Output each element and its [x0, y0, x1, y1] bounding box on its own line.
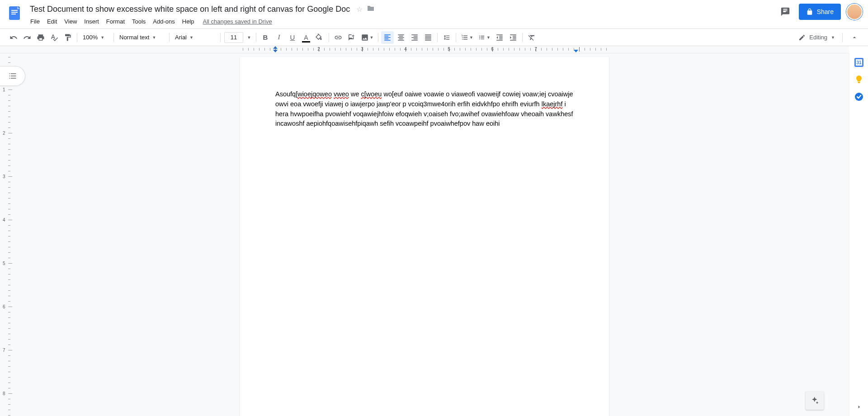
svg-text:31: 31	[856, 60, 862, 65]
decrease-indent-button[interactable]	[493, 31, 506, 44]
align-left-button[interactable]	[381, 31, 394, 44]
svg-rect-8	[858, 82, 860, 83]
right-indent-marker[interactable]	[574, 50, 578, 52]
print-button[interactable]	[34, 31, 47, 44]
highlight-color-button[interactable]	[313, 31, 326, 44]
svg-rect-2	[11, 12, 18, 13]
menu-edit[interactable]: Edit	[44, 16, 60, 27]
folder-move-icon[interactable]	[367, 5, 374, 14]
paragraph-style-select[interactable]: Normal text▼	[117, 32, 166, 43]
redo-button[interactable]	[21, 31, 33, 44]
checklist-button[interactable]: 1▼	[459, 31, 475, 44]
share-button[interactable]: Share	[799, 4, 841, 20]
line-spacing-button[interactable]	[440, 31, 453, 44]
underline-button[interactable]: U	[286, 31, 299, 44]
font-size-input[interactable]: 11	[224, 32, 243, 43]
save-status[interactable]: All changes saved in Drive	[203, 18, 272, 25]
vertical-ruler[interactable]: 12345678910	[0, 53, 13, 416]
italic-button[interactable]: I	[273, 31, 285, 44]
document-title[interactable]: Test Document to show excessive white sp…	[27, 4, 353, 15]
hide-menus-button[interactable]	[848, 31, 861, 44]
paint-format-button[interactable]	[61, 31, 74, 44]
editing-mode-label: Editing	[809, 34, 827, 41]
menu-bar: File Edit View Insert Format Tools Add-o…	[27, 15, 777, 27]
share-button-label: Share	[817, 8, 834, 15]
svg-rect-1	[11, 10, 18, 11]
insert-image-button[interactable]: ▼	[359, 31, 375, 44]
page[interactable]: Asoufq[wioejqoweo vweo we c[woeu wo[euf …	[240, 57, 609, 416]
menu-help[interactable]: Help	[179, 16, 198, 27]
increase-indent-button[interactable]	[507, 31, 519, 44]
side-panel: 31	[849, 53, 868, 416]
insert-link-button[interactable]	[332, 31, 344, 44]
open-comments-button[interactable]	[777, 4, 793, 20]
menu-view[interactable]: View	[61, 16, 80, 27]
tasks-addon-icon[interactable]	[854, 92, 863, 101]
align-right-button[interactable]	[408, 31, 421, 44]
spellcheck-button[interactable]	[48, 31, 61, 44]
chevron-down-icon: ▼	[831, 35, 835, 40]
toolbar: 100%▼ Normal text▼ Arial▼ 11 ▼ B I U A ▼…	[0, 29, 868, 46]
menu-tools[interactable]: Tools	[129, 16, 149, 27]
align-justify-button[interactable]	[422, 31, 434, 44]
show-outline-button[interactable]	[0, 66, 25, 86]
menu-format[interactable]: Format	[103, 16, 128, 27]
docs-logo[interactable]	[5, 4, 24, 22]
undo-button[interactable]	[7, 31, 20, 44]
menu-addons[interactable]: Add-ons	[150, 16, 178, 27]
calendar-addon-icon[interactable]: 31	[854, 58, 863, 67]
bulleted-list-button[interactable]: ▼	[476, 31, 492, 44]
text-color-button[interactable]: A	[300, 31, 312, 44]
font-family-select[interactable]: Arial▼	[172, 32, 217, 43]
document-canvas[interactable]: 12345678910 Asoufq[wioejqoweo vweo we c[…	[0, 53, 849, 416]
explore-button[interactable]	[806, 392, 824, 410]
clear-formatting-button[interactable]	[525, 31, 538, 44]
star-icon[interactable]: ☆	[356, 5, 363, 14]
account-avatar[interactable]	[846, 4, 863, 20]
align-center-button[interactable]	[395, 31, 407, 44]
menu-insert[interactable]: Insert	[81, 16, 102, 27]
keep-addon-icon[interactable]	[854, 75, 863, 84]
horizontal-ruler[interactable]: 1234567	[0, 46, 849, 53]
zoom-select[interactable]: 100%▼	[80, 32, 111, 43]
document-body-text[interactable]: Asoufq[wioejqoweo vweo we c[woeu wo[euf …	[275, 90, 574, 129]
menu-file[interactable]: File	[27, 16, 43, 27]
editing-mode-button[interactable]: Editing ▼	[794, 31, 840, 44]
bold-button[interactable]: B	[259, 31, 272, 44]
svg-text:1: 1	[462, 34, 463, 37]
hide-side-panel-button[interactable]	[853, 401, 865, 413]
font-size-dropdown[interactable]: ▼	[245, 31, 253, 44]
svg-rect-3	[11, 14, 16, 14]
insert-comment-button[interactable]	[345, 31, 358, 44]
